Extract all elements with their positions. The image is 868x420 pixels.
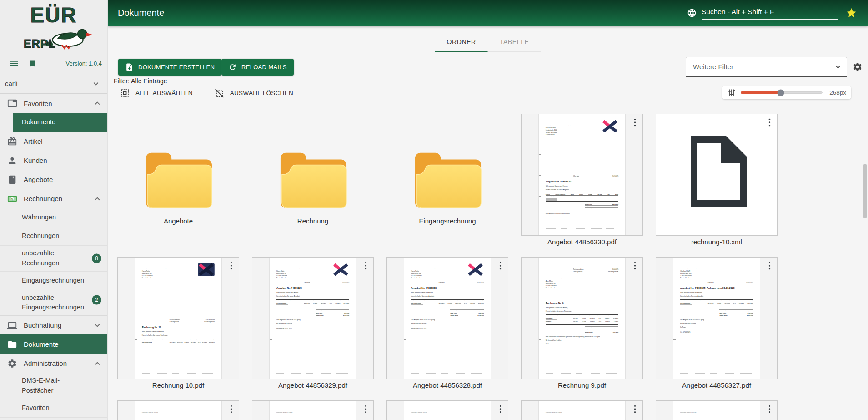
preview-table: PositionAngebot EinzelpreisMengeEinheitG… <box>546 193 618 202</box>
document-card[interactable]: Laura Testfirma | Hohe Gasse 10 | 56767 … <box>117 257 239 379</box>
bookmark-icon[interactable] <box>27 58 37 68</box>
sidebar-item-artikel[interactable]: Artikel <box>0 132 107 151</box>
favorite-star-icon[interactable] <box>846 7 857 19</box>
user-menu[interactable]: carli <box>0 74 107 94</box>
document-preview-page: Firmenname | Straße Nr. | PLZ Ort <box>673 401 760 420</box>
kebab-menu-icon[interactable] <box>631 404 638 415</box>
document-card[interactable]: Firmenname | Straße Nr. | PLZ Ort <box>386 400 508 420</box>
kebab-menu-icon[interactable] <box>362 261 369 272</box>
sidebar-subitem-label: Währungen <box>22 213 56 223</box>
folder-item-eingangsrechnung[interactable]: Eingangsrechnung <box>386 114 508 248</box>
create-documents-button[interactable]: DOKUMENTE ERSTELLEN <box>118 59 221 76</box>
chevron-up-icon <box>92 98 102 108</box>
sidebar-subitem-unbezahlte-rechnungen[interactable]: unbezahlte Rechnungen8 <box>0 245 107 271</box>
kebab-menu-icon[interactable] <box>766 404 773 415</box>
size-slider-track[interactable] <box>741 91 823 94</box>
hamburger-menu-icon[interactable] <box>9 58 19 68</box>
sidebar-item-buchhaltung[interactable]: Buchhaltung <box>0 315 107 334</box>
sidebar-item-rechnungen[interactable]: $Rechnungen <box>0 189 107 208</box>
kebab-menu-icon[interactable] <box>766 117 773 128</box>
sidebar-item-favoriten[interactable]: Favoriten <box>0 94 107 113</box>
document-card[interactable]: Firmenname | Straße Nr. | PLZ Ort <box>656 400 778 420</box>
document-card[interactable]: Firmenname | Straße Nr. | PLZ Ort <box>521 400 643 420</box>
count-badge: 2 <box>92 295 101 304</box>
more-filters-dropdown[interactable]: Weitere Filter <box>686 57 847 77</box>
kebab-menu-icon[interactable] <box>497 404 504 415</box>
preview-closing: Ihr Team <box>546 343 618 345</box>
tab-tabelle[interactable]: TABELLE <box>488 33 541 51</box>
preview-title: Angebot Nr. 44856329 <box>276 287 336 290</box>
settings-gear-icon[interactable] <box>853 62 863 72</box>
globe-icon[interactable] <box>687 8 697 18</box>
sidebar-subitem-favoriten[interactable]: Favoriten <box>0 399 107 417</box>
preview-table: PositionNetto EPBrutto EPMengeEinheitGes… <box>142 339 215 348</box>
sidebar-subitem-kpi-ziele[interactable]: KPI Ziele <box>0 417 107 420</box>
sidebar-item-kunden[interactable]: Kunden <box>0 151 107 170</box>
kebab-menu-icon[interactable] <box>227 404 235 415</box>
search-input[interactable] <box>702 7 838 20</box>
banknote-icon: $ <box>7 193 18 204</box>
preview-note: Bitte überweisen Sie den oben genannten … <box>546 336 618 338</box>
kebab-menu-icon[interactable] <box>766 261 773 272</box>
document-card[interactable]: Rechnungsdatum18.04.2025LeistungsdatumRe… <box>521 257 643 379</box>
document-card[interactable]: Firmenname | Straße Nr. | PLZ Ort <box>252 400 374 420</box>
sidebar-item-dokumente[interactable]: Dokumente <box>0 334 107 354</box>
document-preview-page: Rechnungsdatum18.04.2025LeistungsdatumRe… <box>539 258 625 379</box>
chevron-up-icon <box>92 194 102 204</box>
document-label: rechnung-10.xml <box>656 238 778 246</box>
folder-icon <box>7 339 18 350</box>
sidebar-item-angebote[interactable]: Angebote <box>0 170 107 189</box>
sidebar-subitem-eingangsrechnungen[interactable]: Eingangsrechnungen <box>0 271 107 290</box>
document-label: Rechnung 9.pdf <box>521 381 643 389</box>
document-label: Angebot 44856328.pdf <box>386 381 508 389</box>
sidebar-subitem-rechnungen[interactable]: Rechnungen <box>0 227 107 245</box>
preview-summary: Summe Netto228,00 EURMwSt. (19%)43,32 EU… <box>585 203 618 210</box>
size-slider-fill <box>741 91 780 94</box>
document-label: Angebot 44856329.pdf <box>252 381 374 389</box>
preview-meta: Offer date07.07.2025 <box>304 282 349 283</box>
xml-file-card[interactable] <box>656 114 778 236</box>
document-preview-page: Firmenname | Straße Nr. | PLZ Ort <box>404 401 491 420</box>
sidebar-subitem-label: unbezahlte Eingangsrechnungen <box>22 293 87 313</box>
sidebar-subitem-währungen[interactable]: Währungen <box>0 208 107 227</box>
preview-closing: Mit freundlichen Grüßen <box>546 339 618 341</box>
sidebar-subitem-unbezahlte-eingangsrechnungen[interactable]: unbezahlte Eingangsrechnungen2 <box>0 290 107 316</box>
size-value-label: 268px <box>827 89 846 96</box>
sidebar-item-administration[interactable]: Administration <box>0 354 107 373</box>
sidebar-subitem-dms-e-mail-postfächer[interactable]: DMS-E-Mail-Postfächer <box>0 373 107 399</box>
preview-paragraph: hiermit erhalten Sie unser Angebot: <box>276 295 349 297</box>
document-card[interactable]: Laura Testfirma | Hohe Gasse 10 | 56767 … <box>252 257 374 379</box>
reload-mails-button[interactable]: RELOAD MAILS <box>221 59 294 76</box>
sidebar-item-label: Dokumente <box>24 340 59 348</box>
scrollbar-thumb[interactable] <box>863 164 867 218</box>
preview-meta: Offer date07.07.2025 <box>439 282 484 283</box>
tune-icon <box>727 88 736 97</box>
document-card[interactable]: Laura Testfirma | Hohe Gasse 10 | 56767 … <box>521 114 643 236</box>
document-card[interactable]: Firmenname | Straße Nr. | PLZ Ort <box>117 400 239 420</box>
sidebar-subitem-dokumente[interactable]: Dokumente <box>13 113 107 132</box>
folder-item-rechnung[interactable]: Rechnung <box>252 114 374 248</box>
preview-meta: Offer date21.07.2025 <box>573 175 618 177</box>
sidebar-item-label: Administration <box>24 359 67 367</box>
x-logo <box>602 120 618 132</box>
size-slider-thumb[interactable] <box>778 89 784 96</box>
document-card[interactable]: Laura Testfirma | Hohe Gasse 10 | 56767 … <box>386 257 508 379</box>
kebab-menu-icon[interactable] <box>227 261 235 272</box>
chevron-up-icon <box>92 359 102 369</box>
kebab-menu-icon[interactable] <box>362 404 369 415</box>
preview-paragraph: Hiermit erhalten Sie unsere Rechnung. <box>142 334 215 336</box>
document-card[interactable]: Firmenname | Straße Nr. | PLZ OrtGlückau… <box>656 257 778 379</box>
kebab-menu-icon[interactable] <box>631 117 638 128</box>
clear-selection-button[interactable]: AUSWAHL LÖSCHEN <box>215 88 293 98</box>
kebab-menu-icon[interactable] <box>497 261 504 272</box>
select-all-button[interactable]: ALLE AUSWÄHLEN <box>120 88 193 98</box>
preview-footer-lines <box>546 225 618 231</box>
document-preview-page: Firmenname | Straße Nr. | PLZ OrtGlückau… <box>673 258 760 379</box>
tab-ordner[interactable]: ORDNER <box>435 33 488 51</box>
document-label: Angebot 44856327.pdf <box>656 381 778 389</box>
folder-item-angebote[interactable]: Angebote <box>117 114 239 248</box>
book-icon <box>7 174 18 185</box>
preview-table: PositionNetto EPMengeEinheitGesamtUSt.-S… <box>546 314 618 325</box>
kebab-menu-icon[interactable] <box>631 261 638 272</box>
sidebar-subitem-label: Rechnungen <box>22 231 59 241</box>
